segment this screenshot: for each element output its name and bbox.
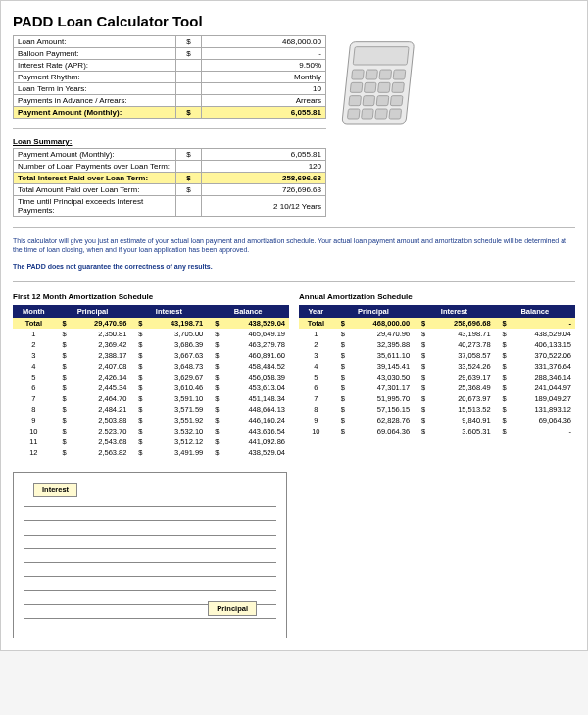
svg-rect-9 [392,82,405,92]
svg-rect-4 [379,70,392,79]
input-row-highlight: Payment Amount (Monthly):$6,055.81 [14,107,326,119]
sched-row: 6$47,301.17$25,368.49$241,044.97 [299,383,575,393]
sched-total-row: Total$468,000.00$258,696.68$- [299,318,575,329]
svg-rect-17 [389,109,402,119]
sched-row: 8$2,484.21$3,571.59$448,664.13 [13,404,289,415]
svg-rect-5 [393,70,406,79]
sched-row: 3$2,388.17$3,667.63$460,891.60 [13,350,289,361]
svg-rect-16 [375,109,388,119]
svg-rect-2 [352,70,365,79]
sched-row: 4$2,407.08$3,648.73$458,484.52 [13,361,289,372]
sched-row: 5$2,426.14$3,629.67$456,058.39 [13,372,289,383]
summary-row: Time until Principal exceeds Interest Pa… [14,196,326,217]
svg-rect-15 [362,109,374,119]
sched-row: 9$62,828.76$9,840.91$69,064.36 [299,415,575,426]
input-row: Interest Rate (APR):9.50% [14,60,326,72]
sched12-table: MonthPrincipalInterestBalanceTotal$29,47… [13,305,289,458]
input-row: Balloon Payment:$- [14,48,326,60]
svg-rect-14 [347,109,360,119]
svg-rect-3 [366,70,378,79]
summary-row: Number of Loan Payments over Loan Term:1… [14,161,326,173]
svg-rect-12 [376,96,389,106]
sched-row: 3$35,611.10$37,058.57$370,522.06 [299,350,575,361]
loan-input-table: Loan Amount:$468,000.00Balloon Payment:$… [13,35,326,119]
sched12-title: First 12 Month Amortization Schedule [13,292,289,301]
sched-row: 7$51,995.70$20,673.97$189,049.27 [299,393,575,404]
summary-row: Payment Amount (Monthly):$6,055.81 [14,149,326,161]
chart-legend-principal: Principal [208,601,257,616]
sched-row: 1$2,350.81$3,705.00$465,649.19 [13,329,289,339]
page-title: PADD Loan Calculator Tool [13,13,575,29]
sched-row: 8$57,156.15$15,513.52$131,893.12 [299,404,575,415]
svg-rect-13 [390,96,403,106]
svg-rect-8 [378,82,391,92]
sched-total-row: Total$29,470.96$43,198.71$438,529.04 [13,318,289,329]
loan-summary-title: Loan Summary: [13,137,326,146]
input-row: Payments in Advance / Arrears:Arrears [14,95,326,107]
input-row: Loan Amount:$468,000.00 [14,36,326,48]
input-row: Loan Term in Years:10 [14,83,326,95]
sched-row: 12$2,563.82$3,491.99$438,529.04 [13,447,289,458]
calculator-icon [338,35,426,217]
sched-row: 4$39,145.41$33,524.26$331,376.64 [299,361,575,372]
sched-row: 2$32,395.88$40,273.78$406,133.15 [299,339,575,350]
svg-rect-7 [364,82,376,92]
sched-row: 5$43,030.50$29,639.17$288,346.14 [299,372,575,383]
chart-legend-interest: Interest [33,483,77,497]
svg-rect-6 [350,82,363,92]
sched-row: 9$2,503.88$3,551.92$446,160.24 [13,415,289,426]
svg-rect-10 [349,96,362,106]
disclaimer-text: This calculator will give you just an es… [13,237,575,272]
loan-summary-table: Payment Amount (Monthly):$6,055.81Number… [13,148,326,217]
sched-row: 6$2,445.34$3,610.46$453,613.04 [13,383,289,393]
sched-row: 10$2,523.70$3,532.10$443,636.54 [13,426,289,436]
schedAnn-title: Annual Amortization Schedule [299,292,575,301]
sched-row: 11$2,543.68$3,512.12$441,092.86 [13,436,289,447]
summary-row: Total Amount Paid over Loan Term:$726,69… [14,184,326,196]
input-row: Payment Rhythm:Monthly [14,72,326,83]
svg-rect-11 [363,96,375,106]
svg-rect-1 [353,47,409,65]
sched-row: 7$2,464.70$3,591.10$451,148.34 [13,393,289,404]
sched-row: 1$29,470.96$43,198.71$438,529.04 [299,329,575,339]
sched-row: 10$69,064.36$3,605.31$- [299,426,575,436]
sched-row: 2$2,369.42$3,686.39$463,279.78 [13,339,289,350]
summary-row: Total Interest Paid over Loan Term:$258,… [14,173,326,184]
amortization-chart: Interest Principal [13,472,287,638]
schedAnn-table: YearPrincipalInterestBalanceTotal$468,00… [299,305,575,436]
